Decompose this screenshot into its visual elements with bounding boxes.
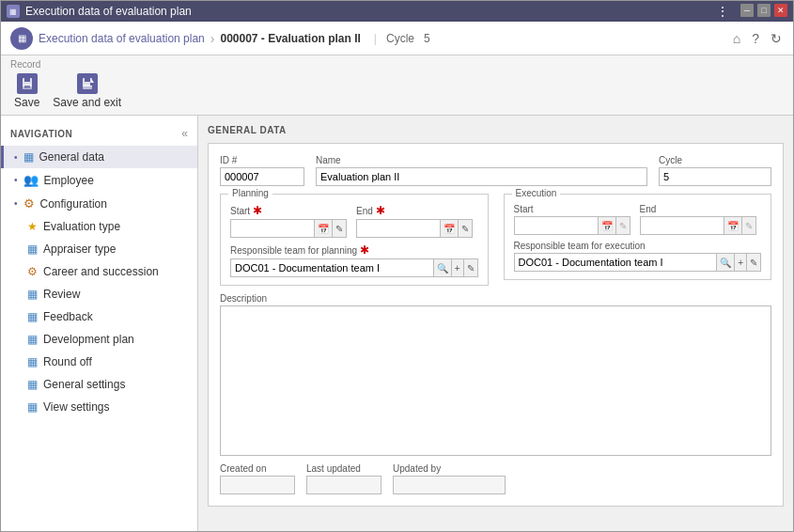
round-off-icon: ▦ — [27, 355, 38, 368]
sidebar-item-general-data[interactable]: • ▦ General data — [1, 146, 197, 168]
sidebar-label-view-settings: View settings — [43, 400, 109, 414]
sidebar-item-evaluation-type[interactable]: ★ Evaluation type — [1, 215, 197, 238]
svg-rect-1 — [24, 78, 30, 82]
help-button[interactable]: ? — [750, 29, 761, 48]
responsible-planning-input[interactable] — [230, 258, 434, 277]
sidebar-header: NAVIGATION « — [1, 123, 197, 146]
updated-by-field: Updated by — [393, 463, 506, 494]
execution-end-edit-button[interactable]: ✎ — [742, 216, 756, 235]
execution-end-input[interactable] — [640, 216, 724, 235]
refresh-button[interactable]: ↻ — [769, 29, 784, 48]
responsible-execution-input-group: 🔍 + ✎ — [514, 253, 762, 272]
employee-icon: 👥 — [23, 173, 39, 187]
sidebar-item-career-succession[interactable]: ⚙ Career and succession — [1, 260, 197, 283]
execution-start-label: Start — [514, 204, 631, 214]
svg-rect-3 — [24, 86, 30, 88]
last-updated-label: Last updated — [306, 463, 381, 474]
planning-dates-row: Start ✱ 📅 ✎ End ✱ — [230, 204, 478, 238]
planning-start-input[interactable] — [230, 219, 315, 238]
sidebar-collapse-button[interactable]: « — [181, 127, 188, 140]
app-logo: ▦ — [10, 27, 33, 50]
planning-end-calendar-button[interactable]: 📅 — [441, 219, 459, 238]
execution-end-calendar-button[interactable]: 📅 — [724, 216, 742, 235]
planning-end-edit-button[interactable]: ✎ — [459, 219, 473, 238]
updated-by-input[interactable] — [393, 476, 506, 494]
nav-bullet: • — [14, 152, 18, 163]
career-succession-icon: ⚙ — [27, 265, 38, 278]
sidebar-item-general-settings[interactable]: ▦ General settings — [1, 373, 197, 396]
sidebar-item-review[interactable]: ▦ Review — [1, 283, 197, 305]
last-updated-input[interactable] — [306, 476, 381, 494]
responsible-planning-search-button[interactable]: 🔍 — [434, 258, 452, 277]
nav-bullet-emp: • — [14, 175, 18, 185]
sidebar-item-employee[interactable]: • 👥 Employee — [1, 168, 197, 192]
main-content: NAVIGATION « • ▦ General data • 👥 Employ… — [1, 116, 793, 531]
feedback-icon: ▦ — [27, 310, 38, 323]
planning-end-group: End ✱ 📅 ✎ — [356, 204, 473, 238]
nav-bullet-config: • — [14, 198, 18, 209]
sidebar-item-appraiser-type[interactable]: ▦ Appraiser type — [1, 238, 197, 260]
sidebar-label-round-off: Round off — [43, 355, 92, 368]
planning-fieldset: Planning Start ✱ 📅 ✎ — [220, 194, 489, 286]
planning-end-input[interactable] — [356, 219, 441, 238]
execution-start-edit-button[interactable]: ✎ — [616, 216, 631, 235]
sidebar-title: NAVIGATION — [10, 129, 72, 139]
execution-start-input-group: 📅 ✎ — [514, 216, 631, 235]
minimize-button[interactable]: ─ — [740, 4, 754, 17]
breadcrumb-separator: › — [210, 31, 215, 46]
id-input[interactable] — [220, 167, 304, 186]
execution-start-group: Start 📅 ✎ — [514, 204, 631, 235]
responsible-execution-edit-button[interactable]: ✎ — [747, 253, 761, 272]
sidebar-item-round-off[interactable]: ▦ Round off — [1, 351, 197, 373]
save-button[interactable]: Save — [10, 71, 43, 111]
responsible-planning-add-button[interactable]: + — [452, 258, 464, 277]
execution-fieldset: Execution Start 📅 ✎ — [504, 194, 772, 280]
general-data-icon: ▦ — [23, 150, 34, 164]
created-on-label: Created on — [220, 463, 295, 474]
save-label: Save — [14, 96, 39, 109]
sidebar-item-configuration[interactable]: • ⚙ Configuration — [1, 192, 197, 215]
planning-end-required: ✱ — [376, 204, 385, 217]
responsible-execution-add-button[interactable]: + — [735, 253, 747, 272]
responsible-planning-required: ✱ — [360, 243, 369, 257]
nav-up-button[interactable]: ⌂ — [731, 29, 742, 48]
name-input[interactable] — [316, 167, 647, 186]
id-group: ID # — [220, 155, 304, 186]
execution-legend: Execution — [512, 188, 561, 198]
created-on-input[interactable] — [220, 476, 295, 494]
responsible-execution-input[interactable] — [514, 253, 718, 272]
sidebar-label-appraiser-type: Appraiser type — [43, 243, 116, 256]
window-controls: ⋮ ─ □ ✕ — [716, 4, 787, 19]
sidebar-label-employee: Employee — [44, 174, 94, 187]
responsible-execution-search-button[interactable]: 🔍 — [717, 253, 735, 272]
toolbar-label: Record — [10, 59, 784, 70]
sidebar-item-feedback[interactable]: ▦ Feedback — [1, 305, 197, 328]
sidebar-label-career-succession: Career and succession — [43, 265, 159, 278]
cycle-label: Cycle — [386, 32, 414, 45]
save-exit-button[interactable]: Save and exit — [49, 71, 125, 111]
sidebar-item-view-settings[interactable]: ▦ View settings — [1, 396, 197, 418]
section-title: GENERAL DATA — [208, 125, 784, 135]
breadcrumb-current: 000007 - Evaluation plan II — [220, 32, 360, 45]
close-button[interactable]: ✕ — [774, 4, 787, 17]
cycle-input[interactable] — [659, 167, 771, 186]
header-actions: ⌂ ? ↻ — [731, 29, 784, 48]
content-area: GENERAL DATA ID # Name Cycle — [198, 116, 793, 531]
sidebar: NAVIGATION « • ▦ General data • 👥 Employ… — [1, 116, 198, 531]
cycle-value: 5 — [424, 32, 430, 45]
sidebar-item-development-plan[interactable]: ▦ Development plan — [1, 328, 197, 351]
planning-start-edit-button[interactable]: ✎ — [333, 219, 347, 238]
planning-start-calendar-button[interactable]: 📅 — [315, 219, 333, 238]
description-textarea[interactable] — [220, 305, 771, 456]
planning-start-label: Start ✱ — [230, 204, 347, 217]
execution-start-calendar-button[interactable]: 📅 — [599, 216, 616, 235]
responsible-planning-edit-button[interactable]: ✎ — [464, 258, 478, 277]
save-exit-label: Save and exit — [53, 96, 121, 109]
maximize-button[interactable]: □ — [757, 4, 771, 17]
execution-start-input[interactable] — [514, 216, 599, 235]
main-window: ▦ Execution data of evaluation plan ⋮ ─ … — [0, 0, 794, 532]
breadcrumb-label[interactable]: Execution data of evaluation plan — [39, 32, 205, 45]
sidebar-label-general-settings: General settings — [43, 378, 125, 391]
bottom-fields: Created on Last updated Updated by — [220, 463, 771, 494]
planning-start-required: ✱ — [253, 204, 262, 217]
